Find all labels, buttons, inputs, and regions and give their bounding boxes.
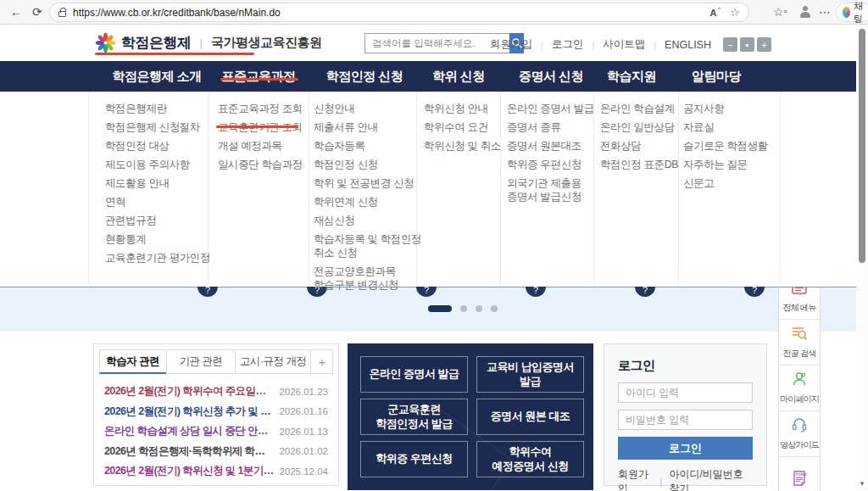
favorites-bar-icon[interactable]: ☆≡: [773, 5, 784, 19]
service-button-0[interactable]: 온라인 증명서 발급: [360, 356, 468, 393]
news-row[interactable]: 2026년 2월(전기) 학위신청 추가 및 취소접…2026.01.16: [104, 402, 328, 422]
nav-item-6[interactable]: 알림마당: [692, 61, 741, 92]
menu-link[interactable]: 외국기관 제출용 증명서 발급신청: [507, 176, 594, 204]
menu-link[interactable]: 학점은행제란: [105, 102, 210, 115]
menu-link[interactable]: 자주하는 질문: [683, 158, 768, 171]
menu-link[interactable]: 현황통계: [105, 232, 210, 246]
search-input[interactable]: [364, 33, 509, 53]
menu-link[interactable]: 제출서류 안내: [314, 120, 421, 134]
font-larger-button[interactable]: +: [757, 37, 771, 52]
quickbar-item-전공 검색[interactable]: 전공 검색: [779, 320, 820, 365]
more-menu-icon[interactable]: ⋯: [819, 4, 832, 20]
menu-link[interactable]: 공지사항: [683, 102, 768, 115]
menu-link[interactable]: 학위연계 신청: [314, 195, 421, 209]
menu-link[interactable]: 온라인 학습설계: [600, 102, 678, 115]
lock-icon[interactable]: [58, 11, 66, 17]
menu-link[interactable]: 슬기로운 학점생활: [683, 139, 768, 153]
news-title[interactable]: 2026년 2월(전기) 학위수여 주요일정 및 안…: [104, 384, 274, 399]
menu-link[interactable]: 온라인 증명서 발급: [507, 102, 594, 115]
scrollbar-thumb[interactable]: [859, 29, 865, 263]
profile-icon[interactable]: [798, 5, 812, 19]
menu-link[interactable]: 학위 및 전공변경 신청: [314, 176, 421, 190]
login-password-field[interactable]: [618, 410, 753, 430]
quickbar-item-마이페이지[interactable]: 마이페이지: [779, 365, 820, 411]
service-button-3[interactable]: 증명서 원본 대조: [476, 399, 584, 435]
site-logo[interactable]: 학점은행제 | 국가평생교육진흥원: [95, 32, 321, 53]
menu-link[interactable]: 재심신청: [314, 214, 421, 227]
nav-item-5[interactable]: 학습지원: [607, 61, 656, 92]
menu-link[interactable]: 학점인정 대상: [105, 139, 210, 153]
quickbar-item-form[interactable]: FORM: [779, 457, 820, 491]
carousel-dot-2[interactable]: [476, 305, 482, 312]
news-tab-0[interactable]: 학습자 관련: [99, 349, 167, 374]
font-reset-button[interactable]: ▪: [740, 37, 754, 52]
url-text[interactable]: https://www.cb.or.kr/creditbank/base/nMa…: [73, 7, 710, 19]
header-link-ENGLISH[interactable]: ENGLISH: [665, 39, 711, 51]
carousel-dot-3[interactable]: [491, 305, 498, 312]
menu-link[interactable]: 학점은행제 신청절차: [105, 120, 210, 134]
nav-item-3[interactable]: 학위 신청: [432, 61, 485, 92]
menu-link[interactable]: 자료실: [683, 120, 768, 134]
quickbar-item-영상가이드[interactable]: 영상가이드: [779, 411, 820, 457]
news-tab-1[interactable]: 기관 관련: [166, 349, 236, 374]
menu-link[interactable]: 온라인 일반상담: [600, 120, 678, 134]
header-link-로그인[interactable]: 로그인: [552, 37, 584, 52]
news-row[interactable]: 온라인 학습설계 상담 일시 중단 안내 (1.16…2026.01.13: [104, 421, 328, 442]
menu-link[interactable]: 개설 예정과목: [218, 139, 303, 153]
menu-link[interactable]: 전화상담: [600, 139, 678, 153]
back-icon[interactable]: ←: [10, 4, 22, 20]
menu-link[interactable]: 증명서 종류: [507, 120, 594, 134]
menu-link[interactable]: 연혁: [105, 195, 210, 209]
menu-link[interactable]: 학위수여 요건: [424, 120, 501, 134]
news-title[interactable]: 2026년 2월(전기) 학위신청 추가 및 취소접…: [104, 405, 274, 419]
menu-link[interactable]: 학습자등록: [314, 139, 421, 153]
login-link-아이디/비밀번호 찾기[interactable]: 아이디/비밀번호 찾기: [669, 467, 753, 491]
menu-link[interactable]: 제도활용 안내: [105, 176, 210, 190]
nav-item-1[interactable]: 표준교육과정: [222, 61, 296, 92]
carousel-dot-0[interactable]: [428, 305, 452, 312]
news-more-tab[interactable]: +: [310, 349, 333, 374]
news-row[interactable]: 2026년 2월(전기) 학위수여 주요일정 및 안…2026.01.23: [104, 382, 328, 402]
read-aloud-icon[interactable]: A⌃: [710, 7, 722, 18]
menu-link[interactable]: 관련법규정: [105, 214, 210, 227]
news-row[interactable]: 2026년 2월(전기) 학위신청 및 1분기 학습…2025.12.04: [104, 461, 328, 482]
news-title[interactable]: 2026년 2월(전기) 학위신청 및 1분기 학습…: [104, 464, 274, 478]
nav-item-4[interactable]: 증명서 신청: [519, 61, 583, 92]
menu-link[interactable]: 증명서 원본대조: [507, 139, 594, 153]
copilot-chat-button[interactable]: 채팅: [836, 3, 868, 22]
header-link-사이트맵[interactable]: 사이트맵: [603, 37, 645, 52]
menu-link[interactable]: 표준교육과정 조회: [218, 102, 303, 115]
menu-link[interactable]: 교육훈련기관 평가인정: [105, 251, 210, 265]
refresh-icon[interactable]: ⟳: [32, 4, 42, 20]
login-id-field[interactable]: [618, 382, 753, 403]
font-smaller-button[interactable]: −: [723, 37, 737, 52]
menu-link[interactable]: 학습자등록 및 학점인정 취소 신청: [314, 232, 421, 259]
scroll-down-arrow-icon[interactable]: ▼: [859, 480, 865, 488]
menu-link[interactable]: 제도이용 주의사항: [105, 158, 210, 171]
menu-link[interactable]: 학점인정 표준DB: [600, 158, 678, 171]
service-button-4[interactable]: 학위증 우편신청: [360, 441, 468, 477]
news-row[interactable]: 2026년 학점은행제·독학학위제 학위취득…2026.01.02: [104, 442, 328, 462]
page-scrollbar[interactable]: ▼: [856, 25, 868, 491]
service-button-2[interactable]: 군교육훈련 학점인정서 발급: [360, 399, 468, 435]
news-title[interactable]: 온라인 학습설계 상담 일시 중단 안내 (1.16…: [104, 424, 274, 438]
news-tab-2[interactable]: 고시·규정 개정: [235, 349, 311, 374]
menu-link[interactable]: 학점인정 신청: [314, 158, 421, 171]
menu-link[interactable]: 신청안내: [314, 102, 421, 115]
header-link-회원가입[interactable]: 회원가입: [490, 37, 532, 52]
menu-link[interactable]: 전공교양호환과목 학습구분 변경신청: [314, 265, 421, 292]
service-button-5[interactable]: 학위수여 예정증명서 신청: [476, 441, 584, 477]
service-button-1[interactable]: 교육비 납입증명서 발급: [476, 356, 584, 393]
nav-item-2[interactable]: 학점인정 신청: [326, 61, 403, 92]
news-title[interactable]: 2026년 학점은행제·독학학위제 학위취득…: [104, 444, 274, 459]
address-bar[interactable]: https://www.cb.or.kr/creditbank/base/nMa…: [49, 3, 749, 22]
menu-link[interactable]: 신문고: [683, 176, 768, 190]
menu-link[interactable]: 일시중단 학습과정: [218, 158, 303, 171]
menu-link[interactable]: 학위증 우편신청: [507, 158, 594, 171]
menu-link[interactable]: 학위신청 안내: [424, 102, 501, 115]
menu-link[interactable]: 학위신청 및 취소: [424, 139, 501, 153]
carousel-dot-1[interactable]: [460, 305, 467, 312]
login-link-회원가입[interactable]: 회원가입: [618, 467, 653, 491]
favorite-star-icon[interactable]: ☆: [730, 6, 740, 19]
login-button[interactable]: 로그인: [618, 437, 753, 460]
